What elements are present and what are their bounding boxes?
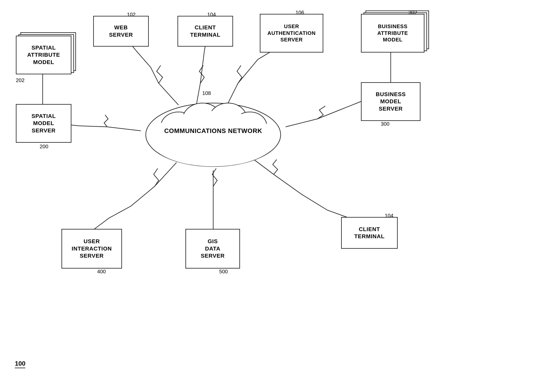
ref-104-top: 104 [207,12,216,18]
client-terminal-bottom-box: CLIENTTERMINAL [341,217,398,249]
ref-108: 108 [202,90,211,96]
svg-point-5 [150,111,277,166]
user-auth-server-box: USERAUTHENTICATIONSERVER [260,14,323,53]
gis-data-server-box: GISDATASERVER [185,229,240,269]
business-attribute-model-box: BUISINESSATTRIBUTEMODEL [361,14,424,53]
diagram: COMMUNICATIONS NETWORK 108 WEBSERVER 102… [0,0,547,392]
ref-302: 302 [409,9,417,16]
web-server-box: WEBSERVER [93,16,149,47]
business-model-server-box: BUSINESSMODELSERVER [361,82,420,121]
ref-202: 202 [16,77,24,83]
ref-400: 400 [97,269,106,275]
ref-106: 106 [295,9,304,16]
client-terminal-top-box: CLIENTTERMINAL [178,16,233,47]
ref-104-bottom: 104 [385,213,393,219]
communications-network-cloud: COMMUNICATIONS NETWORK [139,91,287,170]
communications-network-label: COMMUNICATIONS NETWORK [164,126,262,135]
ref-102: 102 [127,12,136,18]
ref-300: 300 [381,121,389,127]
ref-200: 200 [40,144,48,150]
diagram-label: 100 [15,360,25,368]
connections-svg [0,0,547,392]
ref-500: 500 [219,269,228,275]
user-interaction-server-box: USERINTERACTIONSERVER [62,229,122,269]
spatial-attribute-model-box: SPATIALATTRIBUTEMODEL [16,36,71,74]
spatial-model-server-box: SPATIALMODELSERVER [16,104,71,143]
